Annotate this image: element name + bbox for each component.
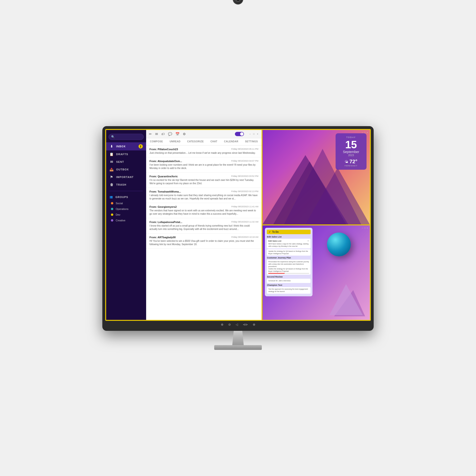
tab-unread[interactable]: UNREAD: [169, 138, 182, 145]
email-time-6: Friday 09/15/2023 10:18 AM: [231, 236, 258, 239]
sphere-shape: [327, 233, 351, 256]
group-label-social: Social: [116, 202, 123, 205]
todo-task-1-0[interactable]: Personalize the experience along the cus…: [267, 260, 311, 275]
email-item-5[interactable]: From: LollapaloosaPotat... Friday 09/15/…: [146, 218, 262, 234]
email-item-6[interactable]: From: ARTbaglady00 Friday 09/15/2023 10:…: [146, 234, 262, 249]
todo-minimize[interactable]: −: [362, 227, 363, 229]
email-list: From: PillaIooCouch23 Friday 09/15/2023 …: [146, 145, 262, 320]
email-time-5: Friday 09/15/2023 11:32 AM: [231, 221, 258, 223]
email-nav: COMPOSE UNREAD CATEGORIZE CHAT CALENDAR …: [146, 138, 262, 145]
email-time-1: Friday 09/15/2023 04:07 PM: [231, 160, 258, 163]
email-time-3: Friday 09/15/2023 02:13 PM: [231, 190, 258, 193]
tab-chat[interactable]: CHAT: [209, 138, 218, 145]
group-item-social[interactable]: Social: [106, 200, 146, 206]
search-container[interactable]: 🔍: [108, 134, 144, 140]
calendar-widget: TODAY 15 September 2023 🌤 72° FARENHEIT: [336, 133, 367, 170]
email-time-4: Friday 09/15/2023 11:41 AM: [231, 205, 258, 208]
email-item-2[interactable]: From: QuarantineXeric Friday 09/15/2023 …: [146, 172, 262, 188]
today-label: TODAY: [340, 136, 362, 138]
email-from-6: From: ARTbaglady00: [150, 236, 176, 239]
bottom-icon-2[interactable]: ◁: [236, 323, 238, 326]
drafts-icon: 📋: [109, 152, 114, 156]
email-toolbar: ✏ ✉ 🏷 💬 📅 ⚙ − □ ×: [146, 130, 262, 138]
cal-minimize[interactable]: −: [362, 131, 363, 134]
todo-close[interactable]: ×: [367, 227, 368, 229]
window-controls: − □ ×: [249, 133, 259, 135]
important-icon: ⚑: [109, 175, 114, 179]
toggle-switch[interactable]: [235, 132, 244, 136]
sidebar-item-drafts[interactable]: 📋 DRAFTS: [106, 151, 146, 158]
calendar-toolbar-icon[interactable]: 📅: [175, 132, 179, 136]
todo-window-controls: − □ ×: [362, 227, 368, 229]
groups-label: GROUPS: [116, 196, 128, 199]
minimize-button[interactable]: −: [249, 133, 251, 135]
bottom-icon-3[interactable]: ⊲⊳: [243, 323, 248, 326]
weather-icon: 🌤: [345, 160, 348, 164]
tab-calendar[interactable]: CALENDAR: [223, 138, 239, 145]
email-main: ✏ ✉ 🏷 💬 📅 ⚙ − □ ×: [146, 130, 262, 320]
todo-task-0-1[interactable]: Update the strategy for Q4 based on find…: [267, 249, 311, 256]
calendar-month: September: [340, 150, 362, 154]
group-item-dev[interactable]: Dev: [106, 212, 146, 218]
sidebar-item-inbox[interactable]: ⬇ INBOX 2: [106, 142, 146, 151]
chat-toolbar-icon[interactable]: 💬: [168, 132, 172, 136]
email-from-3: From: TomahawkWoma...: [150, 190, 181, 193]
monitor-stand: [231, 331, 245, 345]
bottom-icon-4[interactable]: ⊕: [253, 323, 255, 326]
email-from-4: From: Georgiemyers2: [150, 205, 177, 208]
todo-widget: ✓ To Do Edit Sales List Edit Sales List …: [265, 228, 312, 296]
mail-toolbar-icon[interactable]: ✉: [155, 132, 158, 136]
todo-header-label: To Do: [272, 231, 279, 233]
group-item-creative[interactable]: Creative: [106, 218, 146, 223]
tab-categorize[interactable]: CATEGORIZE: [186, 138, 205, 145]
sidebar-item-trash[interactable]: 🗑 TRASH: [106, 181, 146, 188]
monitor-bottom-bar: ⊕ ⊘ ◁ ⊲⊳ ⊕: [105, 321, 371, 328]
todo-maximize[interactable]: □: [364, 227, 365, 229]
group-item-operations[interactable]: Operations: [106, 206, 146, 212]
compose-toolbar-icon[interactable]: ✏: [149, 132, 152, 136]
toggle-knob: [240, 132, 243, 136]
webcam-lens: [236, 0, 240, 2]
cal-close[interactable]: ×: [367, 131, 368, 134]
weather-row: 🌤 72°: [340, 158, 362, 165]
settings-toolbar-icon[interactable]: ⚙: [183, 132, 186, 136]
inbox-icon: ⬇: [109, 144, 114, 148]
calendar-year: 2023: [340, 154, 362, 157]
sidebar-item-outbox[interactable]: 📤 OUTBOX: [106, 166, 146, 173]
monitor-wrapper: 🔍 ⬇ INBOX 2 📋 DRAFTS ✉ SENT: [102, 126, 374, 350]
email-time-0: Friday 09/15/2023 05:11 PM: [231, 148, 258, 151]
email-item-4[interactable]: From: Georgiemyers2 Friday 09/15/2023 11…: [146, 203, 262, 218]
bottom-icon-1[interactable]: ⊘: [228, 323, 231, 326]
temperature: 72°: [349, 158, 357, 165]
tab-compose[interactable]: COMPOSE: [149, 138, 164, 145]
todo-task-0-0[interactable]: Edit Sales List ✏ We'll have needs a cop…: [267, 239, 311, 249]
tab-settings[interactable]: SETTINGS: [244, 138, 259, 145]
calendar-day: 15: [340, 139, 362, 150]
inbox-badge: 2: [138, 144, 143, 149]
close-button[interactable]: ×: [256, 133, 259, 135]
cal-maximize[interactable]: □: [364, 131, 365, 134]
sidebar-item-sent[interactable]: ✉ SENT: [106, 158, 146, 166]
calendar-panel: − □ × TODAY 15 September 2023 🌤 72° FARE…: [262, 130, 370, 225]
monitor-base: [214, 345, 262, 350]
todo-panel: − □ × ✓ To Do Edit Sales List Edit Sales…: [262, 225, 370, 320]
maximize-button[interactable]: □: [253, 133, 255, 135]
email-from-2: From: QuarantineXeric: [150, 175, 178, 178]
email-item-0[interactable]: From: PillaIooCouch23 Friday 09/15/2023 …: [146, 145, 262, 157]
todo-task-3-0[interactable]: Test the approach for assessing the best…: [267, 287, 311, 294]
todo-section-0: Edit Sales List: [267, 236, 311, 238]
bottom-icon-0[interactable]: ⊕: [221, 323, 223, 326]
email-item-1[interactable]: From: AbsquatuIateOsm... Friday 09/15/20…: [146, 157, 262, 172]
temp-value: 72: [349, 158, 355, 165]
search-input[interactable]: [116, 136, 141, 138]
groups-header: 👥 GROUPS: [106, 193, 146, 200]
operations-dot: [111, 208, 113, 210]
pyramid-shape: [329, 284, 363, 315]
tag-toolbar-icon[interactable]: 🏷: [161, 132, 165, 136]
email-preview-0: Just checking on that presentation... Le…: [150, 151, 258, 155]
email-item-3[interactable]: From: TomahawkWoma... Friday 09/15/2023 …: [146, 188, 262, 203]
sidebar-item-important[interactable]: ⚑ IMPORTANT: [106, 173, 146, 181]
dev-dot: [111, 214, 113, 216]
todo-task-2-0[interactable]: Schedule Mr. Jafe's interviews: [267, 279, 311, 283]
progress-bar-container: [268, 273, 309, 274]
